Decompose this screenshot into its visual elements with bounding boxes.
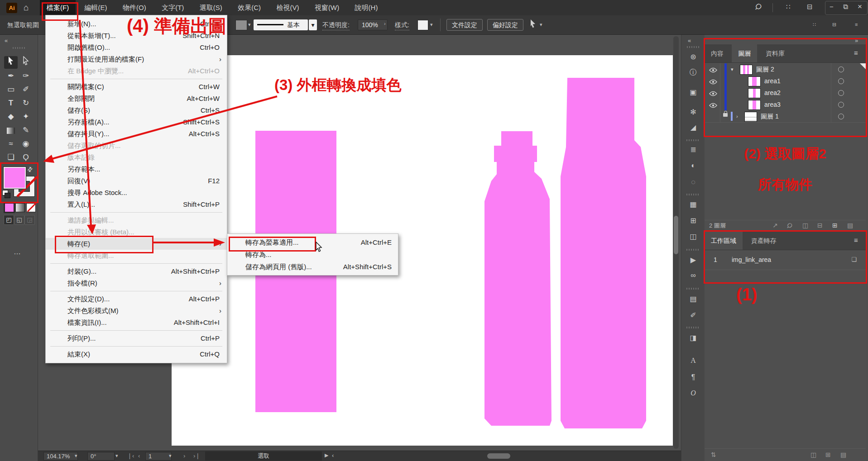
width-tool[interactable]: ≈ <box>4 138 18 150</box>
brush-definition-dropdown[interactable]: 基本 <box>254 19 308 30</box>
rotation-field[interactable]: 0° <box>87 452 115 461</box>
opacity-value-field[interactable]: 100% <box>358 19 388 30</box>
links-icon[interactable]: ∞ <box>686 270 700 281</box>
color-mode-fill-swatch[interactable] <box>5 203 14 212</box>
direct-selection-tool[interactable] <box>19 56 33 69</box>
cb-workspace-icon[interactable]: ⊟ <box>832 22 836 28</box>
shaper-tool[interactable]: ✦ <box>19 110 33 123</box>
swatches-icon[interactable]: ▤ <box>686 293 700 305</box>
toolbar-collapse-icon[interactable]: « <box>5 37 8 44</box>
collect-export-icon[interactable]: ↗ <box>772 222 778 229</box>
menu-item-close-all[interactable]: 全部關閉Alt+Ctrl+W <box>46 93 227 105</box>
shape-builder-tool[interactable]: ◉ <box>19 138 33 150</box>
gradient-icon[interactable]: ◨ <box>686 332 700 344</box>
menu-help[interactable]: 說明(H) <box>348 0 385 15</box>
menu-object[interactable]: 物件(O) <box>116 0 153 15</box>
opacity-more-icon[interactable]: › <box>384 21 386 26</box>
rotation-caret-icon[interactable]: ▾ <box>115 453 118 459</box>
stroke-profile-caret-icon[interactable]: ▾ <box>248 22 251 28</box>
menu-item-open[interactable]: 開啟舊檔(O)...Ctrl+O <box>46 42 227 53</box>
select-similar-icon[interactable] <box>529 19 538 31</box>
brushes-icon[interactable]: ✐ <box>686 309 700 321</box>
menu-item-place[interactable]: 置入(L)...Shift+Ctrl+P <box>46 199 227 210</box>
gradient-tool[interactable] <box>4 124 18 137</box>
paintbrush-tool[interactable]: ✐ <box>19 83 33 96</box>
toolbar-grip[interactable] <box>13 47 25 49</box>
style-swatch[interactable] <box>417 20 428 30</box>
move-icon[interactable]: ◫ <box>810 451 816 458</box>
menu-item-file-info[interactable]: 檔案資訊(I)...Alt+Shift+Ctrl+I <box>46 317 227 328</box>
new-sublayer-icon[interactable]: ⊟ <box>817 222 823 229</box>
curvature-tool[interactable]: ✑ <box>19 70 33 82</box>
draw-normal-button[interactable]: ◰ <box>4 215 14 225</box>
align-icon[interactable]: ⊞ <box>686 215 700 227</box>
app-logo[interactable]: Ai <box>6 3 17 13</box>
document-layout-icon[interactable]: ⊟ <box>807 3 813 11</box>
search-icon[interactable]: Ϙ <box>753 1 764 12</box>
selection-tool[interactable] <box>4 56 18 69</box>
menu-type[interactable]: 文字(T) <box>155 0 191 15</box>
color-mode-none-swatch[interactable] <box>26 203 36 212</box>
stroke-icon[interactable]: ≣ <box>686 144 700 156</box>
brush-caret-icon[interactable]: ▾ <box>309 19 317 30</box>
symbols-icon[interactable]: ▦ <box>686 199 700 210</box>
document-setup-button[interactable]: 文件設定 <box>446 19 483 31</box>
toolbar-more-icon[interactable]: … <box>14 248 21 256</box>
prev-artboard-icon[interactable]: ‹ <box>138 452 140 459</box>
opentype-icon[interactable]: O <box>686 387 700 399</box>
new-artboard-icon[interactable]: ⊞ <box>825 451 831 458</box>
type-tool[interactable]: T <box>4 97 18 109</box>
delete-icon[interactable]: ▤ <box>847 222 853 229</box>
arrange-documents-icon[interactable]: ∷ <box>786 3 791 11</box>
menu-item-close[interactable]: 關閉檔案(C)Ctrl+W <box>46 81 227 93</box>
clipping-mask-icon[interactable]: ◫ <box>802 222 808 229</box>
menu-item-save-as[interactable]: 另存新檔(A)...Shift+Ctrl+S <box>46 116 227 128</box>
wheel-icon[interactable]: ⊛ <box>686 51 700 63</box>
next-artboard-icon[interactable]: › <box>183 452 185 459</box>
preferences-button[interactable]: 偏好設定 <box>487 19 523 31</box>
info-icon[interactable]: ⓘ <box>686 67 700 78</box>
actions-icon[interactable]: ▶ <box>686 254 700 266</box>
eraser-tool[interactable]: ◆ <box>4 110 18 123</box>
menu-item-save-as-template[interactable]: 另存範本... <box>46 163 227 175</box>
gradient-ramp-icon[interactable]: ◢ <box>686 122 700 133</box>
dock-grip[interactable] <box>686 194 699 195</box>
rectangle-tool[interactable]: ▭ <box>4 83 18 96</box>
canvas-horizontal-scrollbar-thumb[interactable] <box>487 453 510 459</box>
reorder-icon[interactable]: ⇅ <box>711 451 716 458</box>
dock-grip[interactable] <box>687 46 700 48</box>
eyedropper-tool[interactable]: ✎ <box>19 124 33 137</box>
color-icon[interactable]: ✻ <box>686 106 700 118</box>
locate-object-icon[interactable]: Ϙ <box>786 221 794 229</box>
new-layer-icon[interactable]: ⊞ <box>832 222 838 229</box>
menu-select[interactable]: 選取(S) <box>193 0 229 15</box>
draw-inside-button[interactable]: ◲ <box>24 215 35 225</box>
artboards-icon[interactable]: ▣ <box>686 86 700 98</box>
menu-effect[interactable]: 效果(C) <box>231 0 268 15</box>
menu-item-package[interactable]: 封裝(G)...Alt+Shift+Ctrl+P <box>46 266 227 277</box>
menu-window[interactable]: 視窗(W) <box>308 0 346 15</box>
opacity-label[interactable]: 不透明度: <box>322 20 350 30</box>
artboard-caret-icon[interactable]: ▾ <box>169 453 172 459</box>
dock-grip[interactable] <box>686 249 699 251</box>
pink-bottle-middle-shape[interactable] <box>483 131 552 426</box>
cb-arrange-grid-icon[interactable]: ∷ <box>813 22 816 28</box>
menu-item-scripts[interactable]: 指令檔(R)› <box>46 277 227 289</box>
color-mode-gradient-swatch[interactable] <box>15 203 25 212</box>
pen-tool[interactable]: ✒ <box>4 70 18 82</box>
pink-bottle-right-shape[interactable] <box>561 78 646 428</box>
menu-item-revert[interactable]: 回復(V)F12 <box>46 175 227 187</box>
transparency-icon[interactable]: ◐ <box>686 160 700 171</box>
artboard-number-field[interactable]: 1 <box>145 452 172 461</box>
menu-item-save-for-web-legacy[interactable]: 儲存為網頁用 (舊版)...Alt+Shift+Ctrl+S <box>227 261 398 273</box>
status-play-icon[interactable]: ▶ <box>325 452 328 458</box>
menu-item-open-recent[interactable]: 打開最近使用過的檔案(F)› <box>46 53 227 65</box>
menu-item-save[interactable]: 儲存(S)Ctrl+S <box>46 105 227 116</box>
menu-view[interactable]: 檢視(V) <box>270 0 306 15</box>
close-button[interactable]: × <box>858 2 862 11</box>
menu-item-exit[interactable]: 結束(X)Ctrl+Q <box>46 348 227 360</box>
paragraph-icon[interactable]: ¶ <box>686 371 700 383</box>
last-artboard-icon[interactable]: ›❘ <box>193 452 200 459</box>
menu-edit[interactable]: 編輯(E) <box>78 0 114 15</box>
dock-collapse-icon[interactable]: « <box>688 37 691 44</box>
